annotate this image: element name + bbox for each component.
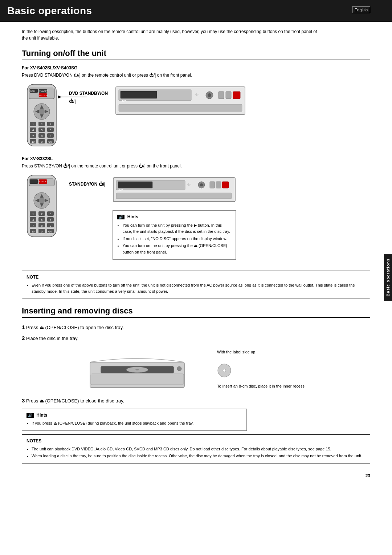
section-s332sl: For XV-S332SL Press STANDBY/ON ⏻/| on th… (22, 156, 370, 263)
callout-standby: STANDBY/ON ⏻/| (69, 181, 105, 189)
svg-text:1: 1 (32, 123, 34, 126)
svg-text:-10: -10 (31, 141, 34, 143)
device-layout-s332: STANDBY 1 2 3 4 (22, 173, 370, 263)
notes-title-inserting: NOTES (26, 438, 366, 445)
hint-item-1: You can turn on the unit by pressing the… (122, 222, 231, 235)
svg-marker-39 (58, 96, 62, 98)
notes-box-inserting: NOTES The unit can playback DVD VIDEO, A… (22, 434, 370, 463)
hints-list-inserting: If you press ⏏ (OPEN/CLOSE) during playb… (26, 420, 242, 427)
svg-point-13 (39, 109, 45, 114)
svg-text:3: 3 (50, 212, 52, 216)
disc-diagram: With the label side up To insert an 8-cm… (22, 348, 370, 391)
section-title-inserting: Inserting and removing discs (22, 306, 370, 318)
right-column-s332: JVC ⏻/| 🔊 Hints You can turn on the unit… (113, 173, 370, 263)
svg-text:1: 1 (32, 212, 34, 216)
svg-text:-10: -10 (31, 230, 34, 233)
svg-rect-102 (91, 374, 184, 385)
svg-text:+10: +10 (48, 141, 52, 143)
svg-text:6: 6 (50, 129, 52, 132)
hints-box-inserting: 🔊 Hints If you press ⏏ (OPEN/CLOSE) duri… (22, 409, 247, 431)
remote-svg-s332: STANDBY 1 2 3 4 (22, 173, 62, 239)
svg-rect-47 (233, 92, 240, 99)
svg-point-90 (200, 183, 203, 186)
remote-area-s402: OPEN STANDBY DVD STBY 1 (22, 82, 62, 149)
callout-line-dvd (58, 90, 131, 104)
svg-text:9: 9 (50, 134, 52, 138)
step-3: 3 Press ⏏ (OPEN/CLOSE) to close the disc… (22, 396, 370, 405)
hint-item-2: If no disc is set, "NO DISC" appears on … (122, 236, 231, 242)
unit-area-s332: JVC ⏻/| (113, 177, 370, 202)
hints-box-turning: 🔊 Hints You can turn on the unit by pres… (113, 210, 236, 259)
section-s402sl: For XV-S402SL/XV-S403SG Press DVD STANDB… (22, 65, 370, 149)
svg-text:+10: +10 (48, 230, 52, 233)
note-box-turning: NOTE Even if you press one of the above … (22, 271, 370, 299)
svg-rect-53 (30, 179, 38, 184)
svg-rect-93 (222, 182, 229, 188)
svg-text:0: 0 (41, 230, 43, 233)
intro-text: In the following description, the button… (22, 28, 319, 41)
hints-icon: 🔊 (117, 215, 124, 219)
page-header: Basic operations (7, 5, 385, 17)
svg-text:⏻/|: ⏻/| (187, 183, 191, 186)
svg-text:⏻/|: ⏻/| (195, 93, 199, 96)
svg-rect-45 (219, 92, 224, 99)
note-title-turning: NOTE (26, 274, 366, 281)
svg-rect-48 (119, 104, 242, 112)
svg-text:2: 2 (41, 212, 43, 216)
hint-item-3: You can turn on the unit by pressing the… (122, 243, 231, 255)
svg-text:4: 4 (32, 218, 34, 222)
disc-notes: With the label side up To insert an 8-cm… (217, 349, 306, 390)
remote-svg-s402: OPEN STANDBY DVD STBY 1 (22, 82, 62, 148)
body-text-s332: Press STANDBY/ON ⏻/| on the remote contr… (22, 163, 370, 170)
svg-text:JVC: JVC (118, 189, 123, 191)
svg-point-100 (135, 369, 139, 370)
svg-rect-94 (116, 193, 232, 199)
hints-list-turning: You can turn on the unit by pressing the… (117, 222, 231, 256)
unit-display-s402: JVC ⏻/| (115, 86, 246, 115)
svg-point-61 (39, 198, 45, 203)
step-1: 1 Press ⏏ (OPEN/CLOSE) to open the disc … (22, 323, 370, 332)
device-layout-s402: OPEN STANDBY DVD STBY 1 (22, 82, 370, 149)
disc-insert-note: To insert an 8-cm disc, place it in the … (217, 383, 306, 390)
disc-icon (217, 363, 232, 378)
svg-text:3: 3 (50, 123, 52, 126)
svg-text:2: 2 (41, 123, 43, 126)
svg-text:STANDBY: STANDBY (39, 181, 48, 183)
svg-point-44 (208, 93, 211, 97)
svg-rect-88 (118, 182, 152, 188)
hints-title-inserting: 🔊 Hints (26, 412, 242, 419)
header-bar: Basic operations (0, 0, 392, 22)
language-badge: English (352, 7, 370, 13)
subsection-label-s402: For XV-S402SL/XV-S403SG (22, 65, 370, 70)
svg-text:8: 8 (41, 134, 43, 138)
side-tab: Basic operations (384, 254, 392, 301)
step-2: 2 Place the disc in the tray. (22, 334, 370, 343)
note-text-turning: Even if you press one of the above butto… (32, 282, 366, 295)
subsection-label-s332: For XV-S332SL (22, 156, 370, 161)
svg-rect-92 (216, 182, 221, 188)
unit-area-s402: JVC ⏻/| (115, 86, 370, 115)
svg-text:STANDBY: STANDBY (39, 90, 48, 92)
label-area-s332: STANDBY/ON ⏻/| (69, 173, 105, 189)
svg-text:7: 7 (32, 134, 34, 138)
hints-icon-2: 🔊 (26, 413, 34, 418)
page-number: 23 (22, 471, 370, 478)
notes-list-inserting: The unit can playback DVD VIDEO, Audio C… (26, 446, 366, 459)
svg-text:5: 5 (41, 218, 43, 222)
svg-text:8: 8 (41, 224, 43, 227)
svg-text:9: 9 (50, 224, 52, 227)
body-text-s402: Press DVD STANDBY/ON ⏻/| on the remote c… (22, 72, 370, 79)
svg-rect-101 (177, 366, 181, 371)
remote-area-s332: STANDBY 1 2 3 4 (22, 173, 62, 240)
svg-rect-46 (226, 92, 231, 99)
svg-text:6: 6 (50, 218, 52, 222)
svg-text:0: 0 (41, 140, 43, 143)
svg-text:7: 7 (32, 224, 34, 227)
svg-text:OPEN: OPEN (30, 90, 36, 92)
svg-rect-91 (210, 182, 215, 188)
disc-label-note: With the label side up (217, 349, 306, 356)
svg-text:4: 4 (32, 129, 34, 132)
note-list-turning: Even if you press one of the above butto… (26, 282, 366, 295)
notes-disc-1: The unit can playback DVD VIDEO, Audio C… (32, 446, 366, 453)
hints-title-turning: 🔊 Hints (117, 214, 231, 220)
